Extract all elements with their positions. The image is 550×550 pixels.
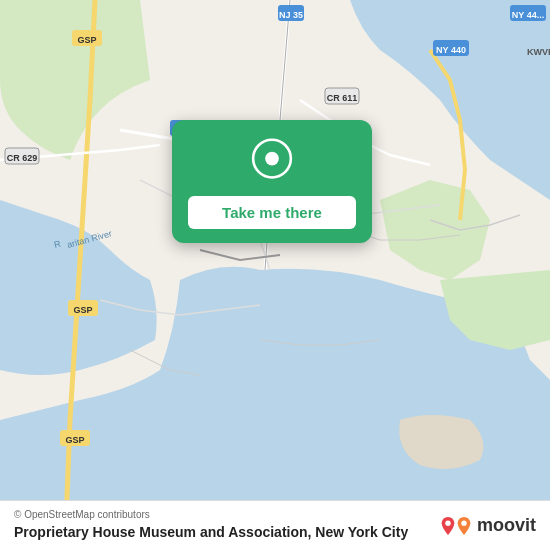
location-pin-icon xyxy=(248,138,296,186)
svg-text:CR 629: CR 629 xyxy=(7,153,38,163)
svg-text:NY 440: NY 440 xyxy=(436,45,466,55)
moovit-logo: moovit xyxy=(441,515,536,536)
svg-point-25 xyxy=(265,152,279,166)
svg-point-27 xyxy=(461,520,466,525)
map-container: GSP GSP GSP NJ 35 NJ 184 CR 611 NY 440 N… xyxy=(0,0,550,550)
svg-text:GSP: GSP xyxy=(77,35,96,45)
svg-text:NY 44...: NY 44... xyxy=(512,10,544,20)
svg-point-26 xyxy=(445,520,450,525)
svg-text:KWVF: KWVF xyxy=(527,47,550,57)
popup-card: Take me there xyxy=(172,120,372,243)
svg-text:CR 611: CR 611 xyxy=(327,93,358,103)
moovit-brand-text: moovit xyxy=(477,515,536,536)
svg-text:GSP: GSP xyxy=(65,435,84,445)
map-background: GSP GSP GSP NJ 35 NJ 184 CR 611 NY 440 N… xyxy=(0,0,550,550)
svg-text:NJ 35: NJ 35 xyxy=(279,10,303,20)
moovit-pin-orange-icon xyxy=(457,517,471,535)
svg-text:GSP: GSP xyxy=(73,305,92,315)
take-me-there-button[interactable]: Take me there xyxy=(188,196,356,229)
moovit-pin-red-icon xyxy=(441,517,455,535)
